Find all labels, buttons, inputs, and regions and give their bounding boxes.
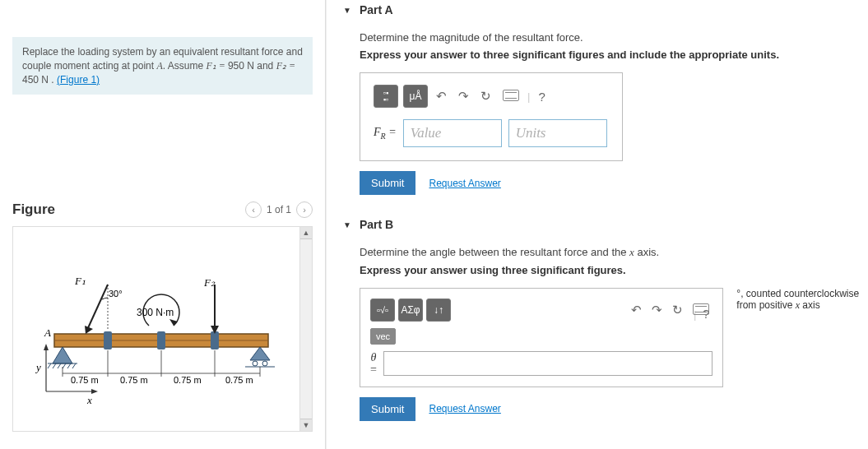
svg-rect-6 <box>104 331 112 349</box>
angle-label: 30° <box>109 289 123 299</box>
templates2-button[interactable]: ▫√▫ <box>370 299 395 322</box>
undo-button[interactable]: ↶ <box>433 89 450 104</box>
theta-label: θ= <box>370 351 377 377</box>
part-a-submit-button[interactable]: Submit <box>360 171 415 195</box>
scroll-up-icon[interactable]: ▲ <box>300 227 312 239</box>
f2-label: F₂ <box>203 276 216 289</box>
part-a-input-row: FR = <box>374 119 609 147</box>
scroll-down-icon[interactable]: ▼ <box>300 419 312 431</box>
svg-rect-8 <box>211 331 219 349</box>
part-b-instruction-1: Determine the angle between the resultan… <box>360 246 860 259</box>
moment-label: 300 N·m <box>137 307 174 318</box>
svg-marker-17 <box>250 347 270 360</box>
part-b-header[interactable]: ▼ Part B <box>343 215 860 234</box>
caret-down-icon: ▼ <box>343 220 351 229</box>
symbols-button[interactable]: ΑΣφ <box>398 299 423 322</box>
figure-prev-button[interactable]: ‹ <box>245 201 262 218</box>
point-a-label: A <box>44 326 51 339</box>
svg-line-16 <box>72 363 76 368</box>
theta-input[interactable] <box>383 351 713 376</box>
svg-marker-9 <box>53 347 72 363</box>
figure-link[interactable]: (Figure 1) <box>57 74 100 86</box>
dim-1: 0.75 m <box>71 375 99 385</box>
units-button[interactable]: μÅ <box>403 85 428 108</box>
fr-label: FR = <box>374 126 397 141</box>
redo-b-button[interactable]: ↷ <box>648 303 666 317</box>
svg-point-18 <box>253 361 258 366</box>
undo-b-button[interactable]: ↶ <box>628 303 645 317</box>
figure-container: ▲ ▼ y x <box>12 226 313 432</box>
part-a: ▼ Part A Determine the magnitude of the … <box>343 0 860 200</box>
dim-2: 0.75 m <box>120 375 148 385</box>
value-input[interactable] <box>403 119 502 147</box>
part-a-title: Part A <box>360 3 393 16</box>
reset-button[interactable]: ↻ <box>477 89 494 104</box>
part-b-toolbar: ▫√▫ ΑΣφ ↓↑ ↶ ↷ ↻ <box>370 299 713 322</box>
f1-label: F₁ <box>74 275 86 287</box>
svg-line-15 <box>67 363 71 368</box>
left-panel: Replace the loading system by an equival… <box>0 0 325 449</box>
part-a-instruction-2: Express your answer to three significant… <box>360 49 860 61</box>
figure-nav: ‹ 1 of 1 › <box>245 201 313 218</box>
part-b-answer-panel: ▫√▫ ΑΣφ ↓↑ ↶ ↷ ↻ vec | ? θ= <box>360 288 723 387</box>
svg-rect-7 <box>157 331 165 349</box>
templates-button[interactable]: ▫▪▪▫ <box>374 85 398 108</box>
figure-counter: 1 of 1 <box>267 204 291 215</box>
right-panel: ▼ Part A Determine the magnitude of the … <box>327 0 868 449</box>
svg-line-14 <box>63 363 66 368</box>
figure-heading: Figure <box>12 201 55 218</box>
part-a-header[interactable]: ▼ Part A <box>343 0 860 20</box>
help-button[interactable]: ? <box>535 90 548 104</box>
part-b-suffix: °, counted counterclockwise from positiv… <box>730 288 860 312</box>
part-b-instruction-2: Express your answer using three signific… <box>360 264 860 276</box>
y-axis-label: y <box>35 361 41 373</box>
part-a-toolbar: ▫▪▪▫ μÅ ↶ ↷ ↻ | ? <box>374 85 609 108</box>
svg-marker-2 <box>44 344 49 350</box>
units-input[interactable] <box>508 119 607 147</box>
svg-point-19 <box>262 361 267 366</box>
reset-b-button[interactable]: ↻ <box>669 303 686 317</box>
vec-button[interactable]: vec <box>370 328 396 345</box>
keyboard-icon[interactable] <box>499 90 522 104</box>
part-a-request-answer-link[interactable]: Request Answer <box>429 178 500 189</box>
part-b-request-answer-link[interactable]: Request Answer <box>429 403 500 414</box>
part-b: ▼ Part B Determine the angle between the… <box>343 215 860 426</box>
figure-scrollbar[interactable]: ▲ ▼ <box>299 227 312 431</box>
svg-line-21 <box>87 285 108 330</box>
part-a-answer-panel: ▫▪▪▫ μÅ ↶ ↷ ↻ | ? FR = <box>360 72 623 161</box>
x-axis-label: x <box>86 394 92 406</box>
problem-statement: Replace the loading system by an equival… <box>12 37 313 95</box>
subscript-button[interactable]: ↓↑ <box>426 299 451 322</box>
part-b-submit-button[interactable]: Submit <box>360 397 415 421</box>
figure-diagram: y x <box>13 227 312 419</box>
part-a-instruction-1: Determine the magnitude of the resultant… <box>360 31 860 44</box>
caret-down-icon: ▼ <box>343 6 351 15</box>
svg-line-12 <box>53 363 56 368</box>
svg-marker-26 <box>169 319 178 326</box>
keyboard-b-icon[interactable] <box>689 303 713 317</box>
redo-button[interactable]: ↷ <box>455 89 472 104</box>
svg-line-11 <box>48 363 51 368</box>
dim-3: 0.75 m <box>174 375 202 385</box>
part-b-title: Part B <box>360 218 393 231</box>
dim-4: 0.75 m <box>225 375 253 385</box>
svg-marker-3 <box>91 389 98 394</box>
figure-next-button[interactable]: › <box>296 201 313 218</box>
svg-line-13 <box>58 363 61 368</box>
